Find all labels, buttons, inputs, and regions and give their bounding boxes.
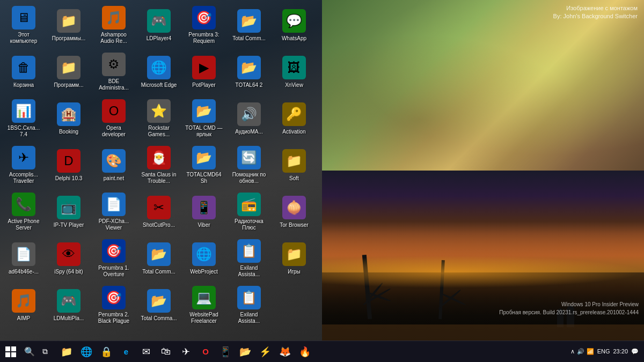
icon-image-booking: 🏨 (56, 101, 82, 127)
desktop-icon-xnview[interactable]: 🖼XnView (273, 49, 315, 93)
taskbar-misc1[interactable]: ⚡ (255, 341, 275, 363)
desktop-icon-accomplice[interactable]: ✈Accomplis... Traveller (3, 143, 45, 187)
chevron-icon[interactable]: ∧ (570, 348, 575, 355)
desktop-icon-webproject[interactable]: 🌐WebProject (183, 236, 225, 280)
desktop-icon-pomoshnik[interactable]: 🔄Помощник по обнов... (228, 143, 270, 187)
desktop-icon-totalcmd4[interactable]: 📂Total Comma... (138, 283, 180, 327)
icon-image-pomoshnik: 🔄 (236, 145, 262, 170)
desktop-icon-rockstar[interactable]: ⭐Rockstar Games... (138, 96, 180, 140)
desktop-icon-santaclaus[interactable]: 🎅Santa Claus in Trouble... (138, 143, 180, 187)
desktop-icon-penumbra1[interactable]: 🎯Penumbra 1. Overture (93, 236, 135, 280)
desktop-icon-totalcmd[interactable]: 📂Total Comm... (228, 3, 270, 47)
taskbar-viber[interactable]: 📱 (216, 341, 235, 363)
desktop-icon-recycle[interactable]: 🗑Корзина (3, 49, 45, 93)
desktop-icon-iptvplayer[interactable]: 📺IP-TV Player (48, 189, 90, 233)
desktop-icon-ldmulti[interactable]: 🎮LDMultiPla... (48, 283, 90, 327)
desktop-icon-paintnet[interactable]: 🎨paint.net (93, 143, 135, 187)
icon-image-xnview: 🖼 (281, 55, 307, 80)
task-view-button[interactable]: ⧉ (38, 341, 53, 363)
desktop-icon-ispy[interactable]: 👁iSpy (64 bit) (48, 236, 90, 280)
icon-image-totalcmd: 📂 (236, 8, 262, 34)
firefox-icon: 🦊 (279, 346, 291, 358)
taskbar-edge2[interactable]: e (116, 341, 136, 363)
desktop-icon-ashampoo[interactable]: 🎵Ashampoo Audio Re... (93, 3, 135, 47)
desktop-icon-ldplayer4[interactable]: 🎮LDPlayer4 (138, 3, 180, 47)
taskbar-telegram[interactable]: ✈ (176, 341, 195, 363)
taskbar-misc2[interactable]: 🔥 (295, 341, 314, 363)
desktop: Изображение с монтажом By: John's Backgr… (0, 0, 644, 341)
desktop-icon-total642[interactable]: 📂TOTAL64 2 (228, 49, 270, 93)
desktop-icon-exiland[interactable]: 📋Exiland Assista... (228, 236, 270, 280)
taskbar-explorer[interactable]: 📁 (57, 341, 76, 363)
icon-label-totalcmd3: Total Comm... (142, 269, 175, 275)
icon-label-penumbra1: Penumbra 1. Overture (94, 265, 134, 278)
icon-label-penumbra3: Penumbra 3: Requiem (184, 32, 224, 45)
taskbar-search-button[interactable]: 🔍 (21, 341, 38, 363)
desktop-icon-totalcmd64[interactable]: 📂TOTALCMD64 Sh (183, 143, 225, 187)
taskbar-mail[interactable]: ✉ (136, 341, 156, 363)
desktop-icon-programs[interactable]: 📁Программы... (48, 3, 90, 47)
desktop-icon-penumbra2[interactable]: 🎯Penumbra 2. Black Plague (93, 283, 135, 327)
desktop-icon-bsc[interactable]: 📊1BSC.Скла... 7.4 (3, 96, 45, 140)
notification-icon[interactable]: 💬 (631, 348, 639, 355)
desktop-icon-bde[interactable]: ⚙BDE Administra... (93, 49, 135, 93)
icon-image-pdfxchange: 📄 (101, 191, 127, 217)
desktop-icon-shotcut[interactable]: ✂ShotCutPro... (138, 189, 180, 233)
desktop-icon-totalcmd3[interactable]: 📂Total Comm... (138, 236, 180, 280)
icon-label-iptvplayer: IP-TV Player (54, 222, 84, 228)
taskbar-pinned-icons: 📁 🌐 🔒 e ✉ 🛍 ✈ O 📱 📂 ⚡ (57, 341, 314, 363)
taskbar-clock[interactable]: 23:20 (613, 348, 628, 356)
desktop-icon-viber[interactable]: 📱Viber (183, 189, 225, 233)
taskbar-opera[interactable]: O (196, 341, 215, 363)
language-indicator[interactable]: ENG (597, 348, 610, 354)
desktop-icon-igry[interactable]: 📁Игры (273, 236, 315, 280)
desktop-icon-this-pc[interactable]: 🖥Этот компьютер (3, 3, 45, 47)
desktop-icon-audioma[interactable]: 🔊АудиоМА... (228, 96, 270, 140)
network-icon[interactable]: 🔊 (577, 348, 584, 355)
icon-label-rockstar: Rockstar Games... (139, 125, 179, 138)
icon-label-totalcmd2: TOTAL CMD — ярлык (184, 125, 224, 138)
icon-image-bsc: 📊 (11, 98, 36, 123)
desktop-icon-penumbra3[interactable]: 🎯Penumbra 3: Requiem (183, 3, 225, 47)
desktop-icon-radiotochka[interactable]: 📻Радиоточка Плюс (228, 189, 270, 233)
desktop-icon-booking[interactable]: 🏨Booking (48, 96, 90, 140)
icon-image-accomplice: ✈ (11, 145, 36, 170)
desktop-icon-potplayer[interactable]: ▶PotPlayer (183, 49, 225, 93)
desktop-icon-whatsapp[interactable]: 💬WhatsApp (273, 3, 315, 47)
desktop-icon-exiland2[interactable]: 📋Exiland Assista... (228, 283, 270, 327)
desktop-icon-opera[interactable]: OOpera developer (93, 96, 135, 140)
taskbar-firefox[interactable]: 🦊 (275, 341, 295, 363)
icon-image-penumbra3: 🎯 (191, 5, 217, 30)
desktop-icon-delphi[interactable]: DDelphi 10.3 (48, 143, 90, 187)
taskbar-totalcmd[interactable]: 📂 (236, 341, 255, 363)
icon-image-totalcmd4: 📂 (146, 288, 172, 314)
icon-label-ashampoo: Ashampoo Audio Re... (94, 32, 134, 45)
desktop-icon-ad64[interactable]: 📄ad64b46e-... (3, 236, 45, 280)
desktop-icon-websitepad[interactable]: 💻WebsitePad Freelancer (183, 283, 225, 327)
watermark: Изображение с монтажом By: John's Backgr… (553, 4, 638, 21)
search-icon: 🔍 (24, 346, 35, 357)
icon-image-santaclaus: 🎅 (146, 145, 172, 170)
desktop-icon-pdfxchange[interactable]: 📄PDF-XCha... Viewer (93, 189, 135, 233)
taskbar-store[interactable]: 🛍 (156, 341, 175, 363)
taskbar-lock[interactable]: 🔒 (97, 341, 116, 363)
misc1-icon: ⚡ (259, 346, 271, 358)
desktop-icon-msedge[interactable]: 🌐Microsoft Edge (138, 49, 180, 93)
desktop-icon-activation[interactable]: 🔑Activation (273, 96, 315, 140)
desktop-icon-activephone[interactable]: 📞Active Phone Server (3, 189, 45, 233)
desktop-icon-programs2[interactable]: 📁Программ... (48, 49, 90, 93)
desktop-icon-soft[interactable]: 📁Soft (273, 143, 315, 187)
desktop-icon-torbrowser[interactable]: 🧅Tor Browser (273, 189, 315, 233)
start-button[interactable] (0, 341, 21, 363)
desktop-icon-aimp[interactable]: 🎵AIMP (3, 283, 45, 327)
icon-label-bde: BDE Administra... (94, 78, 134, 91)
taskbar-edge[interactable]: 🌐 (77, 341, 96, 363)
volume-icon[interactable]: 📶 (587, 348, 594, 355)
icon-label-total642: TOTAL64 2 (236, 82, 263, 88)
icon-image-torbrowser: 🧅 (281, 195, 307, 220)
desktop-icon-totalcmd2[interactable]: 📂TOTAL CMD — ярлык (183, 96, 225, 140)
icon-label-potplayer: PotPlayer (192, 82, 215, 88)
icon-image-potplayer: ▶ (191, 55, 217, 80)
icon-image-rockstar: ⭐ (146, 98, 172, 123)
edge2-icon: e (124, 347, 128, 356)
